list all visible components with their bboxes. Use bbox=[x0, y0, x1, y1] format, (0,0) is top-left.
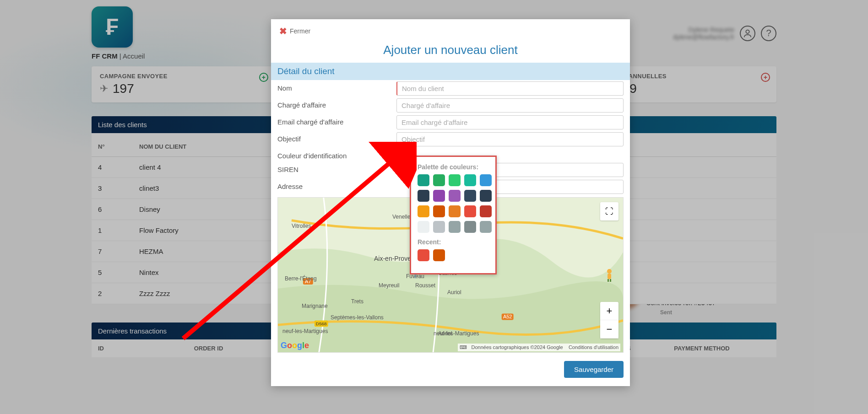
modal-title: Ajouter un nouveau client bbox=[271, 43, 630, 63]
map-place: Rousset bbox=[415, 282, 435, 289]
color-option-recent[interactable] bbox=[418, 249, 429, 261]
label-adresse: Adresse bbox=[277, 180, 396, 190]
color-option[interactable] bbox=[480, 205, 492, 217]
color-option-recent[interactable] bbox=[433, 249, 445, 261]
map-place: Berre-l'Étang bbox=[285, 275, 317, 282]
svg-rect-13 bbox=[610, 279, 611, 282]
color-option[interactable] bbox=[449, 221, 461, 233]
color-option[interactable] bbox=[433, 205, 445, 217]
siren-input[interactable] bbox=[478, 163, 624, 177]
color-option[interactable] bbox=[418, 174, 429, 186]
svg-text:D568: D568 bbox=[316, 321, 327, 326]
map-terms-link[interactable]: Conditions d'utilisation bbox=[569, 344, 618, 350]
color-option[interactable] bbox=[464, 205, 476, 217]
color-option[interactable] bbox=[464, 221, 476, 233]
map-attribution: ⌨ Données cartographiques ©2024 Google C… bbox=[458, 344, 620, 351]
color-option[interactable] bbox=[480, 221, 492, 233]
color-option[interactable] bbox=[433, 190, 445, 202]
label-objectif: Objectif bbox=[277, 132, 396, 143]
recent-label: Recent: bbox=[418, 238, 489, 246]
map-place: Marignane bbox=[302, 303, 328, 309]
map-place: neuf-les-Martigues bbox=[282, 328, 328, 334]
objectif-input[interactable] bbox=[396, 132, 624, 146]
color-option[interactable] bbox=[418, 190, 429, 202]
color-option[interactable] bbox=[449, 174, 461, 186]
color-option[interactable] bbox=[418, 205, 429, 217]
map-place: Septèmes-les-Vallons bbox=[331, 314, 384, 321]
zoom-in-icon[interactable]: + bbox=[600, 302, 618, 320]
map-place: Trets bbox=[351, 298, 363, 305]
color-option[interactable] bbox=[449, 190, 461, 202]
label-siren: SIREN bbox=[277, 163, 396, 173]
color-option[interactable] bbox=[480, 190, 492, 202]
map-place-auriol: Auriol bbox=[438, 330, 452, 337]
label-nom: Nom bbox=[277, 81, 396, 92]
color-option[interactable] bbox=[418, 221, 429, 233]
color-option[interactable] bbox=[464, 174, 476, 186]
color-option[interactable] bbox=[433, 221, 445, 233]
charge-input[interactable] bbox=[396, 98, 624, 113]
color-swatch-button[interactable] bbox=[396, 149, 407, 160]
save-button[interactable]: Sauvegarder bbox=[564, 361, 624, 378]
close-icon: ✖ bbox=[279, 26, 287, 37]
color-option[interactable] bbox=[480, 174, 492, 186]
palette-label: Palette de couleurs: bbox=[418, 163, 489, 171]
streetview-icon[interactable] bbox=[600, 266, 618, 285]
google-logo: Google bbox=[281, 341, 309, 350]
svg-point-10 bbox=[607, 269, 612, 274]
fullscreen-icon[interactable]: ⛶ bbox=[600, 202, 618, 220]
zoom-out-icon[interactable]: − bbox=[600, 320, 618, 339]
color-option[interactable] bbox=[433, 174, 445, 186]
color-option[interactable] bbox=[464, 190, 476, 202]
email-input[interactable] bbox=[396, 115, 624, 129]
label-couleur: Couleur d'identification bbox=[277, 149, 396, 160]
color-option[interactable] bbox=[449, 205, 461, 217]
map-place: Auriol bbox=[447, 289, 461, 296]
svg-rect-11 bbox=[608, 274, 611, 279]
adresse-input[interactable] bbox=[478, 180, 624, 194]
map-place: Meyreuil bbox=[379, 282, 399, 289]
svg-text:A52: A52 bbox=[503, 314, 512, 319]
label-charge: Chargé d'affaire bbox=[277, 98, 396, 109]
close-button[interactable]: ✖ Fermer bbox=[271, 19, 630, 43]
section-header: Détail du client bbox=[271, 63, 630, 80]
label-email: Email chargé d'affaire bbox=[277, 115, 396, 126]
nom-input[interactable] bbox=[396, 81, 624, 96]
color-picker-popover: Palette de couleurs: Recent: bbox=[410, 156, 497, 274]
map-place: Vitrolles bbox=[292, 223, 311, 229]
svg-rect-12 bbox=[608, 279, 609, 282]
